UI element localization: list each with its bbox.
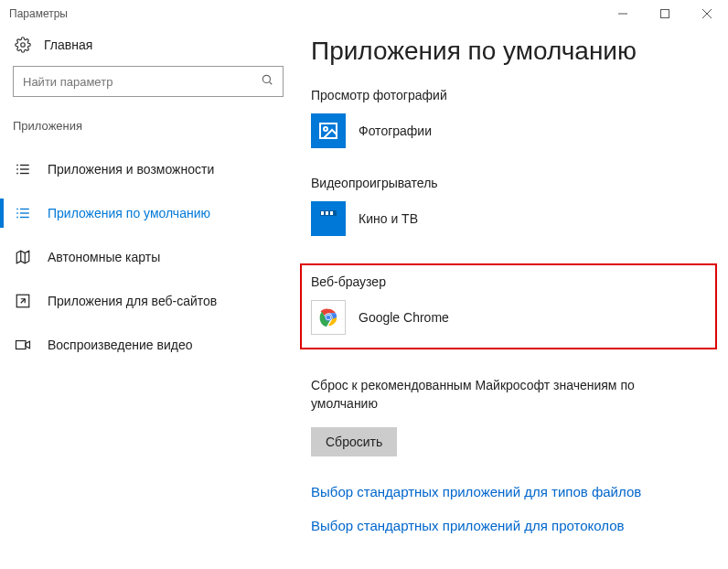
svg-rect-1	[661, 10, 669, 18]
search-input[interactable]	[23, 67, 261, 96]
defaults-icon	[13, 205, 33, 221]
photos-icon	[311, 113, 346, 148]
sidebar-section-label: Приложения	[13, 115, 302, 147]
svg-line-23	[21, 299, 26, 304]
svg-rect-30	[321, 211, 324, 215]
minimize-button[interactable]	[602, 0, 644, 27]
link-file-types[interactable]: Выбор стандартных приложений для типов ф…	[311, 484, 710, 499]
app-entry-movies-tv[interactable]: Кино и ТВ	[311, 201, 710, 236]
sidebar-item-label: Приложения по умолчанию	[48, 206, 210, 220]
app-name: Кино и ТВ	[359, 211, 418, 226]
chrome-icon	[311, 300, 346, 335]
svg-point-36	[327, 316, 331, 320]
category-video-player: Видеопроигрыватель Кино и ТВ	[311, 176, 710, 236]
app-entry-photos[interactable]: Фотографии	[311, 113, 710, 148]
search-box[interactable]	[13, 66, 284, 97]
sidebar-item-label: Воспроизведение видео	[48, 338, 192, 352]
svg-marker-19	[16, 251, 29, 263]
sidebar-item-video-playback[interactable]: Воспроизведение видео	[0, 323, 302, 367]
app-name: Фотографии	[359, 123, 432, 138]
film-icon	[311, 201, 346, 236]
main: Приложения по умолчанию Просмотр фотогра…	[302, 27, 728, 569]
sidebar-home-label: Главная	[44, 38, 92, 52]
open-external-icon	[13, 293, 33, 309]
sidebar-home[interactable]: Главная	[13, 27, 302, 66]
svg-rect-32	[330, 211, 333, 215]
list-icon	[13, 161, 33, 177]
video-icon	[13, 337, 33, 353]
minimize-icon	[618, 9, 627, 18]
category-web-browser: Веб-браузер Google Chrome	[300, 263, 717, 349]
svg-point-5	[262, 75, 270, 82]
svg-rect-29	[320, 216, 337, 227]
sidebar: Главная Приложения Приложения и возможно…	[0, 27, 302, 569]
category-label: Просмотр фотографий	[311, 88, 710, 102]
page-title: Приложения по умолчанию	[311, 37, 710, 66]
window-title: Параметры	[9, 7, 68, 20]
gear-icon	[13, 37, 33, 53]
maximize-icon	[660, 9, 669, 18]
link-protocols[interactable]: Выбор стандартных приложений для протоко…	[311, 518, 710, 533]
sidebar-item-label: Приложения и возможности	[48, 162, 214, 177]
svg-rect-31	[326, 211, 328, 215]
svg-rect-24	[16, 341, 27, 349]
sidebar-item-label: Приложения для веб-сайтов	[48, 294, 217, 308]
sidebar-item-apps-features[interactable]: Приложения и возможности	[0, 147, 302, 191]
category-label: Видеопроигрыватель	[311, 176, 710, 190]
svg-point-4	[21, 43, 26, 48]
reset-section: Сброс к рекомендованным Майкрософт значе…	[311, 377, 710, 456]
close-icon	[702, 9, 712, 18]
maximize-button[interactable]	[644, 0, 686, 27]
reset-button[interactable]: Сбросить	[311, 427, 397, 456]
sidebar-item-website-apps[interactable]: Приложения для веб-сайтов	[0, 279, 302, 323]
svg-point-27	[324, 127, 327, 131]
app-entry-chrome[interactable]: Google Chrome	[311, 300, 706, 335]
category-photo-viewer: Просмотр фотографий Фотографии	[311, 88, 710, 148]
sidebar-item-default-apps[interactable]: Приложения по умолчанию	[0, 191, 302, 235]
sidebar-item-label: Автономные карты	[48, 250, 160, 264]
reset-label: Сброс к рекомендованным Майкрософт значе…	[311, 377, 677, 413]
category-label: Веб-браузер	[311, 274, 706, 289]
close-button[interactable]	[686, 0, 728, 27]
svg-marker-25	[26, 341, 30, 349]
titlebar: Параметры	[0, 0, 728, 27]
map-icon	[13, 249, 33, 265]
app-name: Google Chrome	[359, 310, 449, 325]
svg-line-6	[269, 81, 272, 84]
search-icon	[261, 73, 273, 90]
links: Выбор стандартных приложений для типов ф…	[311, 484, 710, 533]
sidebar-item-offline-maps[interactable]: Автономные карты	[0, 235, 302, 279]
